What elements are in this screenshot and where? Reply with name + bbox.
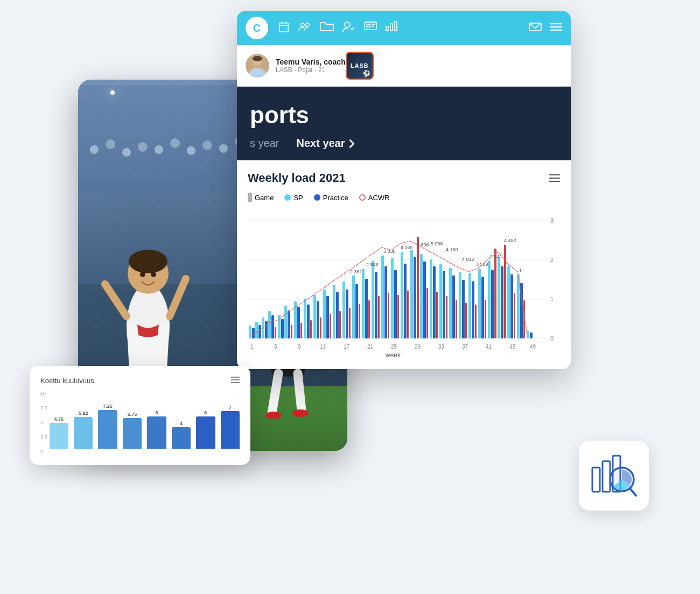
svg-rect-81 bbox=[404, 264, 407, 338]
svg-rect-91 bbox=[436, 292, 438, 338]
svg-rect-70 bbox=[368, 300, 370, 338]
svg-rect-78 bbox=[394, 270, 397, 338]
svg-text:week: week bbox=[385, 351, 401, 359]
svg-rect-114 bbox=[510, 274, 513, 338]
svg-rect-33 bbox=[249, 326, 251, 338]
svg-point-173 bbox=[122, 148, 131, 157]
hero-title: ports bbox=[250, 102, 558, 129]
svg-text:13: 13 bbox=[320, 344, 326, 350]
svg-point-175 bbox=[155, 145, 163, 154]
svg-rect-88 bbox=[426, 288, 428, 338]
svg-rect-82 bbox=[407, 291, 409, 338]
svg-text:4 452: 4 452 bbox=[504, 238, 516, 243]
svg-rect-77 bbox=[391, 258, 394, 338]
mail-icon[interactable] bbox=[529, 22, 542, 34]
koettu-header: Koettu kuuluvuus bbox=[40, 376, 240, 385]
year-nav: s year Next year bbox=[250, 137, 558, 150]
legend-practice: Practice bbox=[314, 194, 348, 202]
svg-rect-66 bbox=[355, 284, 358, 338]
svg-point-178 bbox=[202, 140, 212, 150]
svg-point-18 bbox=[248, 68, 267, 77]
svg-rect-113 bbox=[507, 266, 510, 338]
svg-text:2 846: 2 846 bbox=[366, 262, 379, 267]
users-icon[interactable] bbox=[298, 21, 311, 36]
svg-rect-191 bbox=[603, 461, 610, 492]
menu-icon[interactable] bbox=[550, 23, 562, 34]
koettu-widget: Koettu kuuluvuus 10 7.5 5 2.5 0 4.75 bbox=[30, 366, 250, 465]
next-year[interactable]: Next year bbox=[296, 137, 354, 150]
svg-text:1: 1 bbox=[519, 268, 522, 273]
svg-point-174 bbox=[138, 142, 148, 152]
svg-point-5 bbox=[306, 23, 310, 27]
svg-point-156 bbox=[140, 272, 145, 277]
svg-text:1: 1 bbox=[250, 344, 254, 350]
svg-point-172 bbox=[106, 139, 115, 149]
legend-game: Game bbox=[248, 193, 274, 202]
svg-rect-94 bbox=[446, 296, 447, 338]
lasb-logo: LASB bbox=[346, 52, 374, 80]
svg-rect-57 bbox=[326, 296, 329, 338]
svg-rect-111 bbox=[501, 266, 503, 338]
legend-acwr: ACWR bbox=[359, 194, 390, 202]
svg-rect-115 bbox=[514, 293, 515, 338]
folder-icon[interactable] bbox=[320, 21, 334, 36]
svg-rect-107 bbox=[488, 261, 491, 338]
calendar-icon[interactable] bbox=[278, 21, 290, 36]
svg-text:41: 41 bbox=[486, 344, 492, 350]
svg-text:21: 21 bbox=[367, 344, 374, 350]
bar-chart-icon[interactable] bbox=[386, 21, 397, 36]
svg-rect-99 bbox=[462, 280, 465, 338]
svg-line-151 bbox=[170, 279, 186, 316]
svg-rect-90 bbox=[433, 266, 436, 338]
app-logo[interactable]: C bbox=[246, 17, 268, 39]
svg-point-8 bbox=[367, 24, 370, 27]
svg-point-149 bbox=[129, 250, 167, 273]
svg-rect-93 bbox=[443, 271, 445, 338]
svg-rect-79 bbox=[397, 295, 399, 338]
svg-rect-58 bbox=[330, 314, 331, 338]
svg-text:17: 17 bbox=[344, 344, 350, 350]
svg-rect-92 bbox=[439, 264, 442, 338]
svg-text:2 361: 2 361 bbox=[350, 269, 362, 274]
id-card-icon[interactable] bbox=[364, 21, 377, 36]
svg-rect-103 bbox=[475, 305, 477, 338]
svg-rect-97 bbox=[456, 300, 457, 338]
svg-rect-45 bbox=[288, 310, 290, 338]
chart-header: Weekly load 2021 bbox=[248, 171, 560, 185]
svg-text:5: 5 bbox=[274, 344, 277, 350]
svg-text:4 012: 4 012 bbox=[462, 257, 474, 262]
svg-text:3 569: 3 569 bbox=[476, 261, 488, 267]
svg-line-164 bbox=[298, 373, 302, 411]
chart-title: Weekly load 2021 bbox=[248, 171, 346, 185]
svg-rect-110 bbox=[498, 257, 500, 338]
svg-text:4 150: 4 150 bbox=[446, 247, 458, 252]
svg-rect-52 bbox=[310, 320, 312, 338]
svg-rect-68 bbox=[362, 269, 365, 338]
svg-text:9: 9 bbox=[298, 344, 301, 350]
user-check-icon[interactable] bbox=[342, 21, 355, 36]
svg-rect-101 bbox=[468, 273, 471, 338]
hero-section: ports s year Next year bbox=[237, 87, 571, 160]
svg-text:45: 45 bbox=[509, 344, 516, 350]
svg-point-166 bbox=[292, 409, 309, 417]
svg-text:0: 0 bbox=[550, 335, 554, 342]
koettu-menu-icon[interactable] bbox=[231, 376, 240, 385]
svg-rect-12 bbox=[390, 24, 393, 31]
svg-line-150 bbox=[105, 284, 127, 316]
prev-year[interactable]: s year bbox=[250, 137, 279, 150]
svg-rect-80 bbox=[401, 252, 403, 338]
chart-menu-icon[interactable] bbox=[549, 172, 560, 185]
svg-rect-56 bbox=[323, 289, 326, 338]
user-bar: Teemu Varis, coach LASB - Pojat - 21 LAS… bbox=[237, 45, 571, 87]
svg-rect-50 bbox=[304, 299, 306, 338]
nav-icons bbox=[278, 21, 519, 36]
svg-rect-89 bbox=[430, 259, 432, 338]
svg-text:2: 2 bbox=[550, 257, 554, 263]
user-name: Teemu Varis, coach bbox=[276, 58, 346, 66]
svg-rect-74 bbox=[381, 256, 384, 338]
svg-rect-65 bbox=[352, 275, 355, 338]
koettu-y-low: 2.5 bbox=[40, 434, 47, 440]
svg-text:49: 49 bbox=[530, 344, 536, 350]
svg-rect-64 bbox=[349, 308, 351, 338]
svg-rect-55 bbox=[320, 317, 321, 338]
